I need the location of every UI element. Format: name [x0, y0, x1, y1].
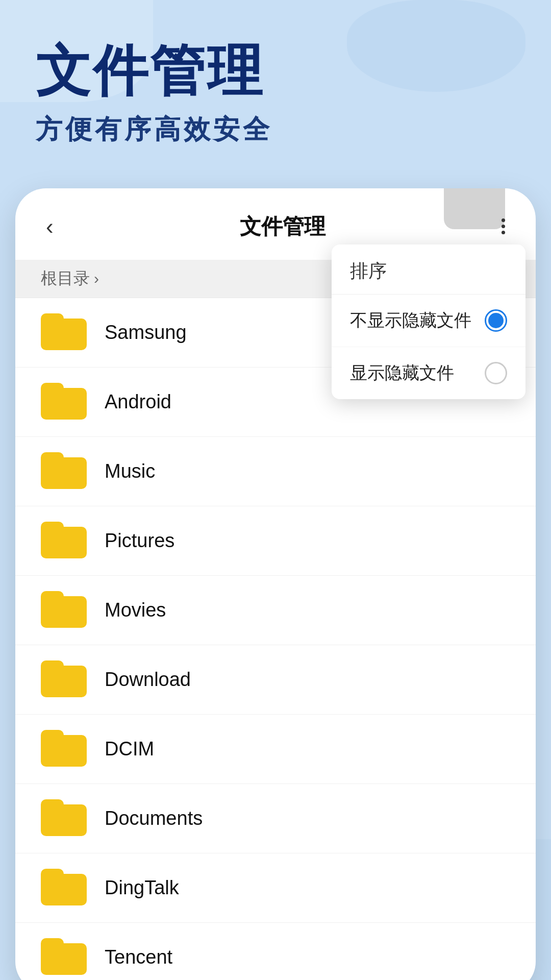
file-name: Tencent [105, 946, 172, 968]
back-icon: ‹ [46, 214, 54, 239]
file-name: Pictures [105, 530, 174, 552]
page-title: 文件管理 [36, 41, 515, 102]
list-item[interactable]: Music [15, 437, 536, 506]
list-item[interactable]: Pictures [15, 506, 536, 576]
page-subtitle: 方便有序高效安全 [36, 112, 515, 148]
file-list: Samsung Android Music Pictures Movies [15, 298, 536, 980]
dropdown-menu: 排序 不显示隐藏文件 显示隐藏文件 [332, 244, 525, 399]
dropdown-item-hide-hidden[interactable]: 不显示隐藏文件 [332, 295, 525, 347]
folder-shape [41, 869, 87, 905]
list-item[interactable]: DingTalk [15, 853, 536, 923]
radio-button-hide-hidden[interactable] [485, 309, 507, 332]
folder-icon [41, 730, 87, 768]
dropdown-header: 排序 [332, 244, 525, 295]
back-button[interactable]: ‹ [41, 209, 59, 244]
folder-shape [41, 383, 87, 420]
phone-mockup: ‹ 文件管理 根目录 › Samsung Android [15, 188, 536, 980]
more-button[interactable] [496, 213, 510, 239]
folder-shape [41, 799, 87, 836]
radio-button-show-hidden[interactable] [485, 362, 507, 384]
folder-icon [41, 383, 87, 421]
list-item[interactable]: Download [15, 645, 536, 715]
radio-inner-fill [488, 313, 504, 328]
file-name: Android [105, 391, 171, 413]
folder-shape [41, 938, 87, 975]
folder-icon [41, 799, 87, 838]
breadcrumb-root: 根目录 [41, 267, 90, 290]
header-section: 文件管理 方便有序高效安全 [0, 0, 551, 168]
dropdown-item-show-hidden[interactable]: 显示隐藏文件 [332, 347, 525, 399]
file-name: DingTalk [105, 877, 179, 899]
file-name: Documents [105, 807, 203, 829]
dot-2 [502, 225, 505, 228]
file-name: Samsung [105, 322, 187, 344]
list-item[interactable]: DCIM [15, 715, 536, 784]
folder-icon [41, 313, 87, 352]
file-name: Music [105, 460, 155, 482]
list-item[interactable]: Documents [15, 784, 536, 853]
folder-shape [41, 522, 87, 558]
list-item[interactable]: Movies [15, 576, 536, 645]
folder-shape [41, 591, 87, 628]
folder-icon [41, 591, 87, 629]
folder-icon [41, 522, 87, 560]
folder-icon [41, 452, 87, 491]
file-name: DCIM [105, 738, 154, 760]
file-name: Download [105, 669, 191, 691]
dot-1 [502, 218, 505, 222]
folder-icon [41, 869, 87, 907]
app-bar-title: 文件管理 [69, 212, 496, 241]
breadcrumb-chevron-icon: › [94, 270, 99, 287]
folder-shape [41, 452, 87, 489]
dropdown-item-label: 显示隐藏文件 [350, 361, 454, 385]
folder-shape [41, 313, 87, 350]
list-item[interactable]: Tencent [15, 923, 536, 980]
folder-icon [41, 660, 87, 699]
file-name: Movies [105, 599, 166, 621]
folder-icon [41, 938, 87, 976]
folder-shape [41, 660, 87, 697]
dot-3 [502, 231, 505, 234]
dropdown-item-label: 不显示隐藏文件 [350, 309, 471, 332]
folder-shape [41, 730, 87, 767]
